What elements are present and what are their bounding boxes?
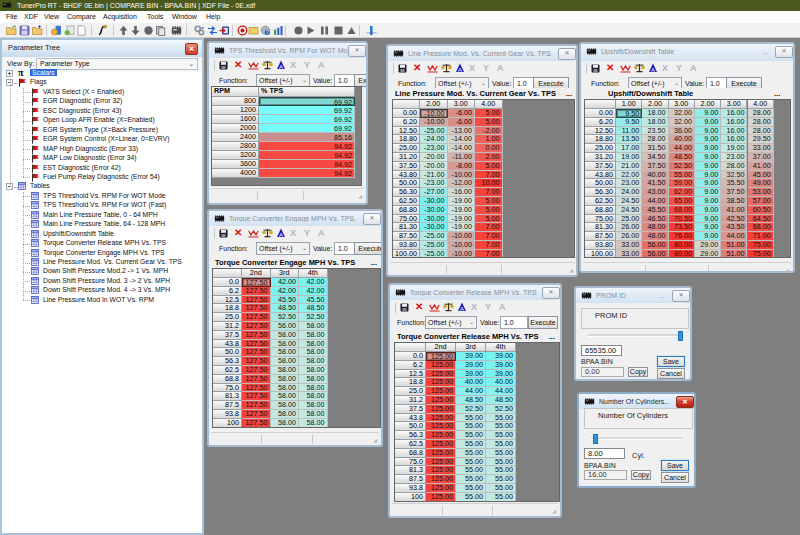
svg-text:A: A xyxy=(279,232,283,238)
svg-text:A: A xyxy=(279,64,283,70)
svg-text:A: A xyxy=(460,306,464,312)
svg-text:?: ? xyxy=(266,29,269,35)
svg-text:A: A xyxy=(458,67,462,73)
svg-text:A: A xyxy=(651,67,655,73)
